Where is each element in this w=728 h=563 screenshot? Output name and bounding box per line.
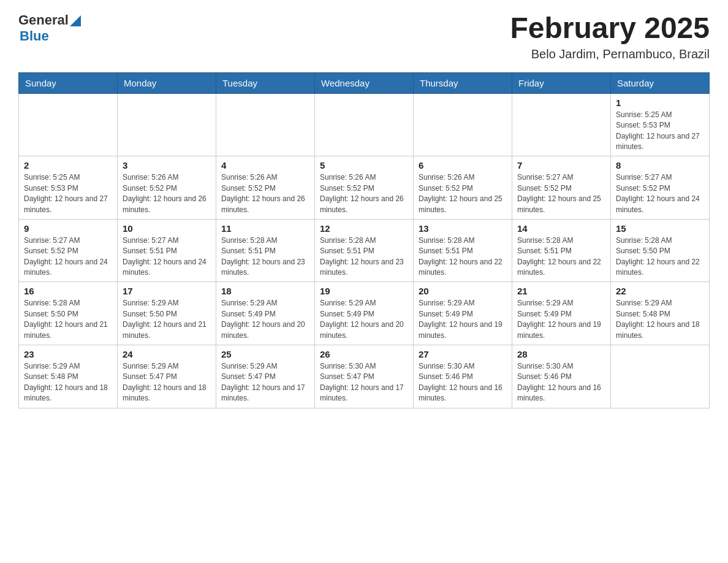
day-number: 4 — [221, 160, 309, 170]
day-number: 3 — [123, 160, 211, 170]
day-number: 5 — [320, 160, 408, 170]
calendar-table: SundayMondayTuesdayWednesdayThursdayFrid… — [18, 72, 710, 408]
day-of-week-header: Friday — [512, 72, 611, 93]
calendar-day-cell: 24Sunrise: 5:29 AMSunset: 5:47 PMDayligh… — [118, 345, 216, 408]
day-number: 2 — [24, 160, 112, 170]
day-number: 27 — [419, 349, 507, 359]
calendar-day-cell: 13Sunrise: 5:28 AMSunset: 5:51 PMDayligh… — [414, 219, 512, 282]
calendar-day-cell: 4Sunrise: 5:26 AMSunset: 5:52 PMDaylight… — [216, 156, 315, 220]
title-area: February 2025 Belo Jardim, Pernambuco, B… — [510, 12, 710, 61]
calendar-day-cell: 1Sunrise: 5:25 AMSunset: 5:53 PMDaylight… — [611, 93, 710, 156]
calendar-day-cell — [118, 93, 216, 156]
calendar-day-cell: 9Sunrise: 5:27 AMSunset: 5:52 PMDaylight… — [19, 219, 118, 282]
day-info: Sunrise: 5:29 AMSunset: 5:49 PMDaylight:… — [517, 298, 605, 341]
calendar-day-cell: 28Sunrise: 5:30 AMSunset: 5:46 PMDayligh… — [512, 345, 611, 408]
calendar-day-cell: 18Sunrise: 5:29 AMSunset: 5:49 PMDayligh… — [216, 282, 315, 345]
day-number: 22 — [616, 286, 704, 296]
calendar-week-row: 9Sunrise: 5:27 AMSunset: 5:52 PMDaylight… — [19, 219, 710, 282]
day-info: Sunrise: 5:28 AMSunset: 5:51 PMDaylight:… — [419, 236, 507, 278]
calendar-day-cell: 22Sunrise: 5:29 AMSunset: 5:48 PMDayligh… — [611, 282, 710, 345]
day-info: Sunrise: 5:27 AMSunset: 5:52 PMDaylight:… — [616, 172, 704, 215]
day-info: Sunrise: 5:29 AMSunset: 5:49 PMDaylight:… — [221, 298, 309, 341]
calendar-day-cell: 20Sunrise: 5:29 AMSunset: 5:49 PMDayligh… — [414, 282, 512, 345]
calendar-day-cell: 6Sunrise: 5:26 AMSunset: 5:52 PMDaylight… — [414, 156, 512, 220]
logo: General Blue — [18, 12, 81, 44]
day-info: Sunrise: 5:29 AMSunset: 5:48 PMDaylight:… — [24, 361, 112, 404]
calendar-subtitle: Belo Jardim, Pernambuco, Brazil — [510, 47, 710, 61]
calendar-header-row: SundayMondayTuesdayWednesdayThursdayFrid… — [19, 72, 710, 93]
day-info: Sunrise: 5:30 AMSunset: 5:46 PMDaylight:… — [517, 361, 605, 404]
day-number: 20 — [419, 286, 507, 296]
header: General Blue February 2025 Belo Jardim, … — [18, 12, 710, 61]
calendar-day-cell: 17Sunrise: 5:29 AMSunset: 5:50 PMDayligh… — [118, 282, 216, 345]
day-number: 24 — [123, 349, 211, 359]
day-info: Sunrise: 5:26 AMSunset: 5:52 PMDaylight:… — [419, 172, 507, 215]
day-info: Sunrise: 5:29 AMSunset: 5:47 PMDaylight:… — [221, 361, 309, 404]
calendar-day-cell: 10Sunrise: 5:27 AMSunset: 5:51 PMDayligh… — [118, 219, 216, 282]
day-info: Sunrise: 5:28 AMSunset: 5:50 PMDaylight:… — [24, 298, 112, 341]
day-of-week-header: Sunday — [19, 72, 118, 93]
day-info: Sunrise: 5:29 AMSunset: 5:47 PMDaylight:… — [123, 361, 211, 404]
day-info: Sunrise: 5:28 AMSunset: 5:51 PMDaylight:… — [221, 236, 309, 278]
day-of-week-header: Tuesday — [216, 72, 315, 93]
calendar-day-cell: 14Sunrise: 5:28 AMSunset: 5:51 PMDayligh… — [512, 219, 611, 282]
calendar-title: February 2025 — [510, 12, 710, 45]
logo-general-text: General — [18, 12, 69, 28]
calendar-day-cell: 26Sunrise: 5:30 AMSunset: 5:47 PMDayligh… — [315, 345, 414, 408]
calendar-day-cell: 11Sunrise: 5:28 AMSunset: 5:51 PMDayligh… — [216, 219, 315, 282]
day-of-week-header: Saturday — [611, 72, 710, 93]
day-info: Sunrise: 5:25 AMSunset: 5:53 PMDaylight:… — [616, 110, 704, 153]
calendar-day-cell — [414, 93, 512, 156]
calendar-day-cell: 19Sunrise: 5:29 AMSunset: 5:49 PMDayligh… — [315, 282, 414, 345]
day-number: 18 — [221, 286, 309, 296]
logo-triangle-icon — [70, 15, 81, 26]
day-info: Sunrise: 5:28 AMSunset: 5:51 PMDaylight:… — [517, 236, 605, 278]
logo-blue-text: Blue — [20, 28, 49, 44]
day-number: 21 — [517, 286, 605, 296]
day-info: Sunrise: 5:26 AMSunset: 5:52 PMDaylight:… — [221, 172, 309, 215]
calendar-day-cell: 25Sunrise: 5:29 AMSunset: 5:47 PMDayligh… — [216, 345, 315, 408]
day-number: 26 — [320, 349, 408, 359]
calendar-day-cell — [315, 93, 414, 156]
day-info: Sunrise: 5:29 AMSunset: 5:48 PMDaylight:… — [616, 298, 704, 341]
day-number: 10 — [123, 223, 211, 234]
calendar-day-cell: 21Sunrise: 5:29 AMSunset: 5:49 PMDayligh… — [512, 282, 611, 345]
calendar-day-cell: 5Sunrise: 5:26 AMSunset: 5:52 PMDaylight… — [315, 156, 414, 220]
day-info: Sunrise: 5:28 AMSunset: 5:50 PMDaylight:… — [616, 236, 704, 278]
calendar-day-cell: 12Sunrise: 5:28 AMSunset: 5:51 PMDayligh… — [315, 219, 414, 282]
day-number: 17 — [123, 286, 211, 296]
calendar-week-row: 1Sunrise: 5:25 AMSunset: 5:53 PMDaylight… — [19, 93, 710, 156]
day-number: 8 — [616, 160, 704, 170]
day-number: 13 — [419, 223, 507, 234]
day-info: Sunrise: 5:27 AMSunset: 5:52 PMDaylight:… — [24, 236, 112, 278]
day-number: 12 — [320, 223, 408, 234]
day-info: Sunrise: 5:30 AMSunset: 5:47 PMDaylight:… — [320, 361, 408, 404]
calendar-day-cell: 3Sunrise: 5:26 AMSunset: 5:52 PMDaylight… — [118, 156, 216, 220]
calendar-day-cell — [512, 93, 611, 156]
calendar-day-cell: 16Sunrise: 5:28 AMSunset: 5:50 PMDayligh… — [19, 282, 118, 345]
calendar-day-cell: 15Sunrise: 5:28 AMSunset: 5:50 PMDayligh… — [611, 219, 710, 282]
calendar-week-row: 2Sunrise: 5:25 AMSunset: 5:53 PMDaylight… — [19, 156, 710, 220]
calendar-day-cell — [611, 345, 710, 408]
day-number: 15 — [616, 223, 704, 234]
day-info: Sunrise: 5:25 AMSunset: 5:53 PMDaylight:… — [24, 172, 112, 215]
day-info: Sunrise: 5:27 AMSunset: 5:52 PMDaylight:… — [517, 172, 605, 215]
day-number: 9 — [24, 223, 112, 234]
day-info: Sunrise: 5:29 AMSunset: 5:49 PMDaylight:… — [419, 298, 507, 341]
calendar-day-cell: 23Sunrise: 5:29 AMSunset: 5:48 PMDayligh… — [19, 345, 118, 408]
day-number: 6 — [419, 160, 507, 170]
calendar-day-cell: 27Sunrise: 5:30 AMSunset: 5:46 PMDayligh… — [414, 345, 512, 408]
day-info: Sunrise: 5:26 AMSunset: 5:52 PMDaylight:… — [123, 172, 211, 215]
day-number: 23 — [24, 349, 112, 359]
day-info: Sunrise: 5:29 AMSunset: 5:49 PMDaylight:… — [320, 298, 408, 341]
calendar-week-row: 23Sunrise: 5:29 AMSunset: 5:48 PMDayligh… — [19, 345, 710, 408]
calendar-day-cell — [216, 93, 315, 156]
day-number: 14 — [517, 223, 605, 234]
day-number: 28 — [517, 349, 605, 359]
day-number: 25 — [221, 349, 309, 359]
calendar-week-row: 16Sunrise: 5:28 AMSunset: 5:50 PMDayligh… — [19, 282, 710, 345]
day-number: 16 — [24, 286, 112, 296]
day-of-week-header: Thursday — [414, 72, 512, 93]
day-info: Sunrise: 5:28 AMSunset: 5:51 PMDaylight:… — [320, 236, 408, 278]
day-of-week-header: Wednesday — [315, 72, 414, 93]
